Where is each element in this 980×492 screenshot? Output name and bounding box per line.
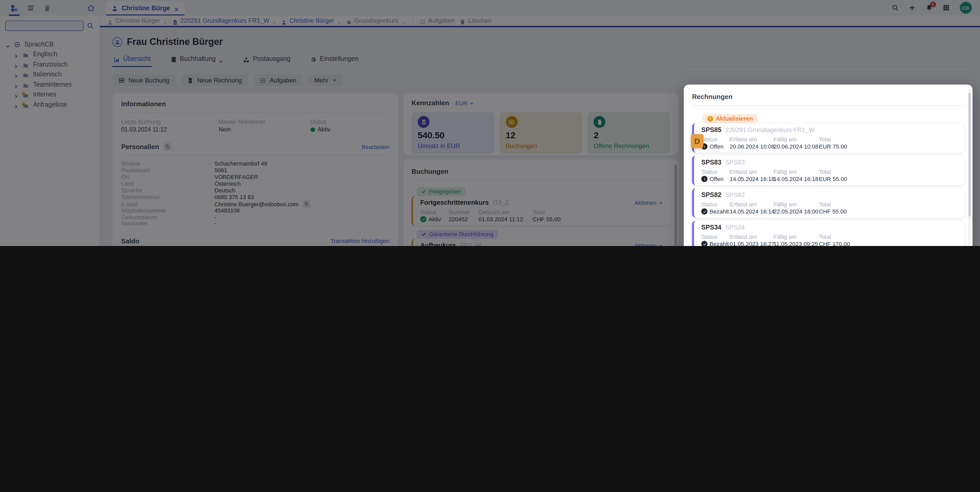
invoice-total: CHF 170.00 [819,241,957,246]
invoice-card[interactable]: SPS85 220291 Grundlagenkurs FR1_W Status… [692,123,964,153]
section-title-rechnungen: Rechnungen [692,93,732,100]
scrollbar[interactable] [969,89,971,246]
update-badge[interactable]: ! Aktualisieren [702,114,758,123]
invoice-due: 20.06.2024 10:08 [773,143,819,150]
invoice-card[interactable]: SPS34 SPS34 Status Erfasst am Fällig am … [692,221,964,246]
invoice-card[interactable]: SPS83 SPS83 Status Erfasst am Fällig am … [692,156,964,185]
rechnungen-panel: Rechnungen ! Aktualisieren D [684,84,972,246]
status-icon [701,209,708,215]
app-window: Christine Bürger 1 CB SprachCB [0,0,980,246]
invoice-id: SPS83 [701,159,721,166]
invoice-card[interactable]: SPS82 SPS82 Status Erfasst am Fällig am … [692,188,964,218]
invoice-total: EUR 55.00 [819,176,957,182]
invoice-due: 22.05.2024 18:00 [773,209,819,215]
invoice-id: SPS34 [701,224,721,231]
drag-indicator[interactable]: D [691,134,703,148]
invoice-ref: SPS82 [725,191,745,199]
status-icon [701,176,708,182]
invoice-created: 01.05.2023 16:27 [730,241,773,246]
invoice-ref: 220291 Grundlagenkurs FR1_W [725,126,815,134]
invoice-created: 14.05.2024 16:14 [730,209,773,215]
invoice-total: EUR 75.00 [819,143,957,150]
invoice-total: CHF 55.00 [819,209,957,215]
invoice-id: SPS85 [701,126,721,134]
exclamation-icon: ! [708,116,713,121]
invoice-status: Bezahlt [701,209,730,215]
invoice-id: SPS82 [701,191,721,199]
invoice-ref: SPS34 [725,224,745,231]
divider [692,105,964,106]
invoice-created: 20.06.2024 10:08 [730,143,773,150]
screen: Christine Bürger 1 CB SprachCB [0,0,980,246]
invoice-due: 11.05.2023 09:25 [773,241,819,246]
status-icon [701,241,708,246]
invoice-created: 14.05.2024 16:18 [730,176,773,182]
invoice-status: Bezahlt [701,241,730,246]
invoice-ref: SPS83 [725,159,745,166]
invoice-status: Offen [701,176,730,182]
invoice-due: 14.05.2024 16:18 [773,176,819,182]
invoice-status: Offen [701,143,730,150]
